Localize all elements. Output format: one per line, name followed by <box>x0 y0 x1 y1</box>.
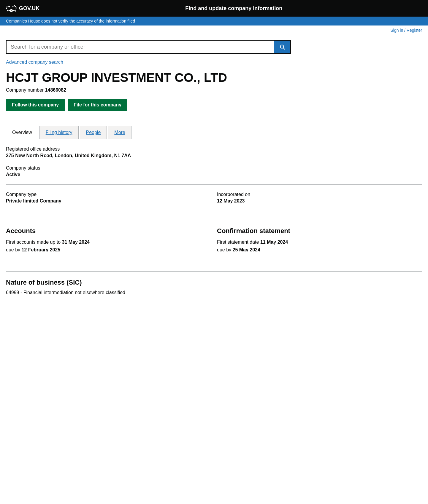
company-type-label: Company type <box>6 192 211 197</box>
confirmation-details: First statement date 11 May 2024due by 2… <box>217 238 422 253</box>
tab-filing-history[interactable]: Filing history <box>39 126 79 139</box>
notice-link[interactable]: Companies House does not verify the accu… <box>6 19 135 23</box>
accounts-section: Accounts First accounts made up to 31 Ma… <box>6 227 211 253</box>
company-status-value: Active <box>6 172 422 177</box>
company-section: HCJT GROUP INVESTMENT CO., LTD Company n… <box>0 71 428 126</box>
tabs-nav: Overview Filing history People More <box>6 126 422 139</box>
tab-more[interactable]: More <box>108 126 131 139</box>
confirmation-section: Confirmation statement First statement d… <box>217 227 422 253</box>
divider-1 <box>6 184 422 185</box>
search-container <box>0 35 428 56</box>
company-number-row: Company number 14866082 <box>6 87 422 93</box>
tab-people[interactable]: People <box>80 126 107 139</box>
file-button[interactable]: File for this company <box>68 99 127 111</box>
accounts-details: First accounts made up to 31 May 2024due… <box>6 238 211 253</box>
sic-value: 64999 - Financial intermediation not els… <box>6 290 422 295</box>
accounts-confirmation-row: Accounts First accounts made up to 31 Ma… <box>6 227 422 262</box>
sic-section: Nature of business (SIC) 64999 - Financi… <box>6 279 422 295</box>
gov-logo: GOV.UK <box>6 4 39 13</box>
search-button[interactable] <box>274 41 290 53</box>
company-type-incorporated-row: Company type Private limited Company Inc… <box>6 192 422 211</box>
company-status-section: Company status Active <box>6 165 422 177</box>
confirmation-heading: Confirmation statement <box>217 227 422 235</box>
company-type-section: Company type Private limited Company <box>6 192 211 204</box>
notice-bar: Companies House does not verify the accu… <box>0 17 428 25</box>
overview-content: Registered office address 275 New North … <box>0 139 428 302</box>
registered-office-section: Registered office address 275 New North … <box>6 146 422 158</box>
sign-in-link[interactable]: Sign in / Register <box>390 28 422 33</box>
company-name: HCJT GROUP INVESTMENT CO., LTD <box>6 71 422 84</box>
tab-overview[interactable]: Overview <box>6 126 38 139</box>
crown-icon <box>6 4 17 13</box>
tabs-container: Overview Filing history People More <box>0 126 428 139</box>
gov-logo-text: GOV.UK <box>19 5 39 12</box>
advanced-search-section: Advanced company search <box>0 56 428 71</box>
incorporated-section: Incorporated on 12 May 2023 <box>217 192 422 204</box>
site-title: Find and update company information <box>45 5 422 12</box>
accounts-heading: Accounts <box>6 227 211 235</box>
top-nav: Sign in / Register <box>0 25 428 35</box>
advanced-search-link[interactable]: Advanced company search <box>6 60 63 65</box>
sic-heading: Nature of business (SIC) <box>6 279 422 286</box>
search-icon <box>279 44 286 50</box>
search-input[interactable] <box>7 41 274 53</box>
incorporated-value: 12 May 2023 <box>217 198 422 204</box>
incorporated-label: Incorporated on <box>217 192 422 197</box>
divider-3 <box>6 271 422 272</box>
search-box <box>6 40 291 54</box>
site-header: GOV.UK Find and update company informati… <box>0 0 428 17</box>
divider-2 <box>6 220 422 220</box>
action-buttons: Follow this company File for this compan… <box>6 99 422 111</box>
company-type-value: Private limited Company <box>6 198 211 204</box>
registered-office-label: Registered office address <box>6 146 422 152</box>
company-status-label: Company status <box>6 165 422 171</box>
registered-office-value: 275 New North Road, London, United Kingd… <box>6 153 422 158</box>
follow-button[interactable]: Follow this company <box>6 99 65 111</box>
